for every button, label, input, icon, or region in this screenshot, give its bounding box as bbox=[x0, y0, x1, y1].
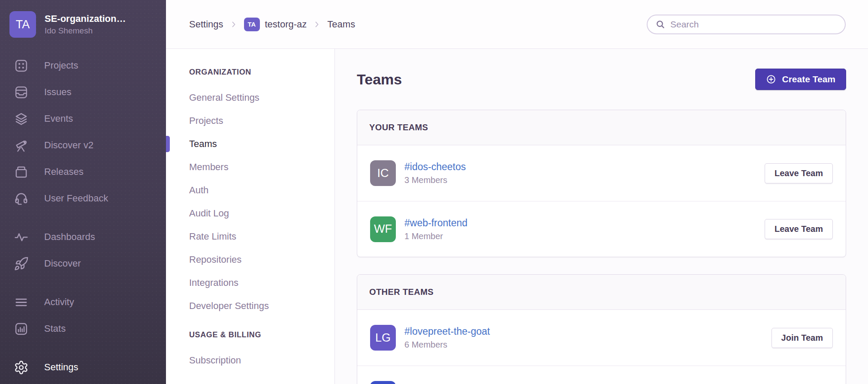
sidebar-item-discover[interactable]: Discover bbox=[0, 250, 166, 277]
sidebar-item-label: Settings bbox=[44, 362, 78, 373]
sidebar-item-label: Discover bbox=[44, 258, 81, 269]
sidebar-item-label: User Feedback bbox=[44, 193, 108, 204]
sidebar-item-events[interactable]: Events bbox=[0, 105, 166, 132]
org-name: SE-organization… bbox=[45, 13, 126, 24]
sidebar-item-label: Activity bbox=[44, 297, 74, 308]
user-feedback-icon bbox=[14, 191, 29, 206]
sidebar-item-releases[interactable]: Releases bbox=[0, 159, 166, 185]
panel-title: OTHER TEAMS bbox=[357, 275, 846, 310]
settings-nav-section-header: USAGE & BILLING bbox=[189, 330, 335, 339]
team-row: IC #idos-cheetos 3 Members Leave Team bbox=[357, 145, 846, 201]
team-member-count: 6 Members bbox=[404, 340, 490, 350]
sidebar-item-label: Issues bbox=[44, 87, 72, 98]
team-avatar: IC bbox=[370, 160, 396, 186]
breadcrumb-settings[interactable]: Settings bbox=[189, 19, 223, 30]
breadcrumb-org[interactable]: TA testorg-az bbox=[244, 18, 307, 31]
sidebar-nav: Projects Issues Events Discover v2 Relea… bbox=[0, 52, 166, 381]
sidebar-item-label: Stats bbox=[44, 323, 66, 334]
page-title: Teams bbox=[357, 71, 402, 88]
settings-nav-item-members[interactable]: Members bbox=[189, 156, 335, 179]
settings-nav-item-subscription[interactable]: Subscription bbox=[189, 349, 335, 372]
team-avatar bbox=[370, 381, 396, 384]
sidebar-item-settings[interactable]: Settings bbox=[0, 354, 166, 381]
sidebar-item-dashboards[interactable]: Dashboards bbox=[0, 224, 166, 250]
join-team-button[interactable]: Join Team bbox=[772, 328, 833, 348]
chevron-right-icon bbox=[313, 20, 321, 29]
main-content: Teams Create Team YOUR TEAMS IC #idos-ch… bbox=[335, 49, 868, 384]
chevron-right-icon bbox=[229, 20, 238, 29]
settings-gear-icon bbox=[14, 360, 29, 375]
releases-icon bbox=[14, 165, 29, 180]
issues-icon bbox=[14, 85, 29, 100]
sidebar-item-label: Events bbox=[44, 113, 73, 124]
sidebar-item-stats[interactable]: Stats bbox=[0, 315, 166, 342]
team-link[interactable]: #idos-cheetos bbox=[404, 161, 466, 173]
activity-icon bbox=[14, 295, 29, 310]
sidebar-item-projects[interactable]: Projects bbox=[0, 52, 166, 79]
settings-nav-item-teams[interactable]: Teams bbox=[189, 132, 335, 156]
search-icon bbox=[655, 19, 665, 29]
team-link[interactable]: #web-frontend bbox=[404, 217, 467, 229]
settings-nav-list: General Settings Projects Teams Members … bbox=[189, 86, 335, 318]
org-avatar: TA bbox=[9, 11, 36, 38]
search-box[interactable] bbox=[647, 15, 846, 34]
settings-nav-item-developer-settings[interactable]: Developer Settings bbox=[189, 294, 335, 318]
breadcrumb: Settings TA testorg-az Teams bbox=[189, 18, 355, 31]
settings-nav-section-header: ORGANIZATION bbox=[189, 68, 335, 77]
sidebar-item-activity[interactable]: Activity bbox=[0, 289, 166, 315]
sidebar-item-issues[interactable]: Issues bbox=[0, 79, 166, 105]
sidebar-item-label: Projects bbox=[44, 60, 78, 71]
settings-nav-item-integrations[interactable]: Integrations bbox=[189, 271, 335, 294]
breadcrumb-page[interactable]: Teams bbox=[327, 19, 355, 30]
settings-nav-item-projects[interactable]: Projects bbox=[189, 109, 335, 132]
settings-nav-item-general-settings[interactable]: General Settings bbox=[189, 86, 335, 109]
projects-icon bbox=[14, 58, 29, 73]
sidebar-item-discover-v2[interactable]: Discover v2 bbox=[0, 132, 166, 159]
sidebar-item-label: Dashboards bbox=[44, 231, 95, 243]
team-row: WF #web-frontend 1 Member Leave Team bbox=[357, 201, 846, 257]
create-team-button[interactable]: Create Team bbox=[755, 69, 846, 90]
team-link[interactable]: #lovepreet-the-goat bbox=[404, 326, 490, 337]
app-sidebar: TA SE-organization… Ido Shemesh Projects… bbox=[0, 0, 166, 384]
org-switcher[interactable]: TA SE-organization… Ido Shemesh bbox=[0, 0, 166, 42]
panel-title: YOUR TEAMS bbox=[357, 110, 846, 145]
events-icon bbox=[14, 111, 29, 126]
plus-circle-icon bbox=[766, 74, 776, 84]
settings-nav-item-rate-limits[interactable]: Rate Limits bbox=[189, 225, 335, 248]
sidebar-item-label: Releases bbox=[44, 166, 84, 177]
discover-icon bbox=[14, 256, 29, 271]
settings-nav-list: Subscription bbox=[189, 349, 335, 372]
sidebar-item-label: Discover v2 bbox=[44, 140, 93, 151]
other-teams-panel: OTHER TEAMS LG #lovepreet-the-goat 6 Mem… bbox=[357, 274, 846, 384]
your-teams-panel: YOUR TEAMS IC #idos-cheetos 3 Members Le… bbox=[357, 110, 846, 257]
team-avatar: WF bbox=[370, 216, 396, 242]
team-avatar: LG bbox=[370, 325, 396, 351]
team-member-count: 1 Member bbox=[404, 231, 467, 241]
settings-nav-item-repositories[interactable]: Repositories bbox=[189, 248, 335, 271]
search-input[interactable] bbox=[670, 19, 837, 30]
team-row bbox=[357, 366, 846, 384]
create-team-label: Create Team bbox=[782, 74, 835, 84]
user-name: Ido Shemesh bbox=[45, 26, 126, 36]
stats-icon bbox=[14, 321, 29, 336]
dashboards-icon bbox=[14, 230, 29, 245]
breadcrumb-org-label: testorg-az bbox=[265, 19, 307, 30]
leave-team-button[interactable]: Leave Team bbox=[765, 163, 833, 183]
settings-nav: ORGANIZATION General Settings Projects T… bbox=[166, 49, 335, 384]
discover-v2-icon bbox=[14, 138, 29, 153]
team-row: LG #lovepreet-the-goat 6 Members Join Te… bbox=[357, 310, 846, 366]
settings-nav-item-audit-log[interactable]: Audit Log bbox=[189, 202, 335, 225]
leave-team-button[interactable]: Leave Team bbox=[765, 219, 833, 239]
org-badge: TA bbox=[244, 18, 260, 31]
sidebar-item-user-feedback[interactable]: User Feedback bbox=[0, 185, 166, 212]
top-bar: Settings TA testorg-az Teams bbox=[166, 0, 868, 49]
settings-nav-item-auth[interactable]: Auth bbox=[189, 179, 335, 202]
team-member-count: 3 Members bbox=[404, 175, 466, 185]
